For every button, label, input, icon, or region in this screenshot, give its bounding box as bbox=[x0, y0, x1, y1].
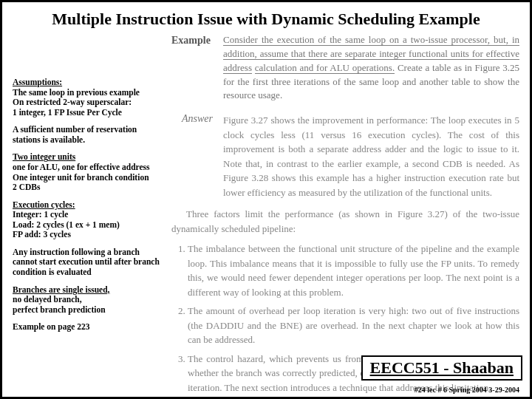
factor-item: The imbalance between the functional uni… bbox=[188, 242, 519, 299]
assumptions-body: The same loop in previous example On res… bbox=[13, 88, 140, 117]
two-int-body: one for ALU, one for effective address O… bbox=[13, 163, 150, 191]
left-column: Assumptions: The same loop in previous e… bbox=[13, 33, 164, 399]
right-column: Example Consider the execution of the sa… bbox=[171, 33, 519, 399]
exec-body: Integer: 1 cycle Load: 2 cycles (1 ex + … bbox=[13, 210, 120, 239]
example-text: Consider the execution of the same loop … bbox=[223, 33, 519, 103]
single-body: no delayed branch, perfect branch predic… bbox=[13, 295, 106, 314]
exec-block: Execution cycles: Integer: 1 cycle Load:… bbox=[13, 200, 164, 240]
page-ref: Example on page 223 bbox=[13, 322, 89, 331]
body-row: Assumptions: The same loop in previous e… bbox=[13, 33, 519, 399]
single-heading: Branches are single issued, bbox=[13, 285, 109, 294]
example-row: Example Consider the execution of the sa… bbox=[171, 33, 519, 103]
answer-row: Answer Figure 3.27 shows the improvement… bbox=[171, 113, 519, 200]
footer-course-box: EECC551 - Shaaban bbox=[361, 355, 522, 381]
slide-title: Multiple Instruction Issue with Dynamic … bbox=[13, 10, 519, 29]
factors-intro: Three factors limit the performance (as … bbox=[171, 207, 519, 236]
assumptions-block: Assumptions: The same loop in previous e… bbox=[13, 78, 164, 117]
footer-meta: #24 lec # 6 Spring 2004 3-29-2004 bbox=[415, 386, 519, 394]
footer-course: EECC551 - Shaaban bbox=[370, 358, 514, 377]
single-issue-block: Branches are single issued, no delayed b… bbox=[13, 285, 164, 316]
answer-text: Figure 3.27 shows the improvement in per… bbox=[223, 113, 519, 200]
assumptions-heading: Assumptions: bbox=[13, 78, 62, 86]
slide-frame: Multiple Instruction Issue with Dynamic … bbox=[0, 0, 532, 399]
answer-label: Answer bbox=[171, 113, 213, 125]
branch-follow-text: Any instruction following a branch canno… bbox=[13, 248, 160, 276]
reservation-text: A sufficient number of reservation stati… bbox=[13, 125, 137, 144]
two-int-block: Two integer units one for ALU, one for e… bbox=[13, 152, 164, 192]
branch-follow-block: Any instruction following a branch canno… bbox=[13, 248, 164, 278]
scanned-text: Example Consider the execution of the sa… bbox=[171, 33, 519, 395]
page-ref-block: Example on page 223 bbox=[13, 322, 164, 332]
two-int-heading: Two integer units bbox=[13, 152, 75, 161]
reservation-block: A sufficient number of reservation stati… bbox=[13, 125, 164, 145]
example-label: Example bbox=[171, 33, 213, 47]
factor-item: The amount of overhead per loop iteratio… bbox=[188, 304, 519, 347]
example-text-b: calculation and for ALU operations. bbox=[255, 62, 395, 74]
exec-heading: Execution cycles: bbox=[13, 200, 75, 209]
